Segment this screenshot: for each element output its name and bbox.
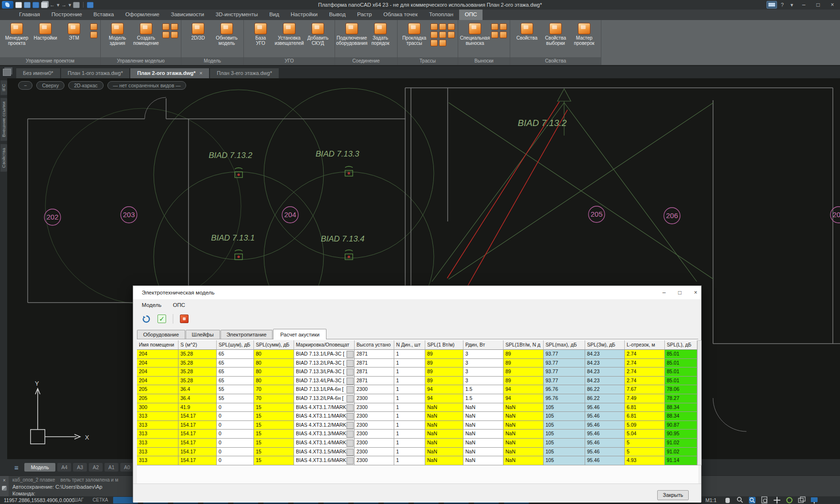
ribbon-button-Свойства[interactable]: Свойства	[513, 22, 541, 41]
table-cell[interactable]: 55	[217, 385, 254, 394]
table-cell[interactable]: 0	[217, 439, 254, 448]
panel-tab-IFC[interactable]: IFC	[0, 80, 7, 95]
table-cell[interactable]: 1.5	[463, 385, 504, 394]
table-cell[interactable]: 95.46	[585, 403, 625, 412]
pan-cross-icon[interactable]	[773, 496, 781, 504]
layout-tab-Модель[interactable]: Модель	[24, 463, 56, 472]
dialog-maximize-button[interactable]: □	[678, 289, 682, 296]
table-row[interactable]: 313154.17015BIAS 4.XT3.1.3/MARK23001NaNN…	[137, 430, 697, 439]
document-tab[interactable]: План 2-ого этажа.dwg*×	[130, 68, 209, 78]
table-cell[interactable]: 93.77	[544, 350, 585, 359]
ribbon-small-icon[interactable]	[171, 23, 178, 30]
table-scrollbar[interactable]	[697, 340, 702, 465]
table-cell[interactable]: 65	[217, 359, 254, 368]
dialog-minimize-button[interactable]: –	[662, 289, 666, 296]
ribbon-small-icon[interactable]	[448, 32, 455, 38]
ribbon-small-icon[interactable]	[162, 32, 169, 38]
ribbon-small-icon[interactable]	[500, 23, 507, 30]
table-cell[interactable]: 1	[394, 359, 425, 368]
table-cell[interactable]: 2.74	[625, 368, 665, 377]
save-icon[interactable]	[32, 2, 39, 8]
table-cell[interactable]: NaN	[463, 448, 504, 457]
table-cell[interactable]: BIAD 7.13.1/LPA-6н [	[294, 385, 355, 394]
table-cell[interactable]: 78.27	[665, 394, 697, 403]
ribbon-button-Задать[interactable]: Задатьпорядок	[367, 22, 394, 46]
table-cell[interactable]: 1	[394, 368, 425, 377]
check-icon[interactable]: ✓	[158, 315, 166, 323]
table-cell[interactable]: NaN	[463, 421, 504, 430]
table-cell[interactable]: 7.49	[625, 394, 665, 403]
column-header[interactable]: S (м^2)	[178, 340, 217, 350]
dialog-title-bar[interactable]: Электротехническая модель – □ ×	[133, 286, 701, 299]
column-header[interactable]: SPL(шум), дБ	[217, 340, 254, 350]
ribbon-tab-Растр[interactable]: Растр	[351, 10, 378, 20]
viewport-control-2[interactable]: 2D-каркас	[68, 81, 103, 90]
zoom-window-icon[interactable]	[748, 496, 756, 504]
ribbon-tab-Вывод[interactable]: Вывод	[323, 10, 351, 20]
table-row[interactable]: 20435.286580BIAD 7.13.4/LPA-3C [28711893…	[137, 377, 697, 386]
table-cell[interactable]: 84.23	[585, 359, 625, 368]
table-cell[interactable]: BIAS 4.XT3.1.4/MARK	[294, 439, 355, 448]
dialog-close-icon[interactable]: ×	[694, 289, 697, 296]
layout-menu-icon[interactable]: ≡	[14, 463, 19, 472]
table-cell[interactable]: 154.17	[178, 439, 217, 448]
table-cell[interactable]: 313	[137, 421, 178, 430]
ribbon-button-2D/3D[interactable]: 2D/3D	[184, 22, 212, 41]
table-cell[interactable]: BIAS 4.XT3.1.6/MARK	[294, 456, 355, 465]
layout-tab-A1[interactable]: A1	[105, 463, 118, 472]
table-cell[interactable]: 85.01	[665, 359, 697, 368]
table-cell[interactable]: 85.01	[665, 368, 697, 377]
dialog-menu-model[interactable]: Модель	[142, 302, 161, 308]
table-cell[interactable]: 89	[504, 368, 544, 377]
column-header[interactable]: Маркировка/Оповещат	[294, 340, 355, 350]
table-cell[interactable]: 91.02	[665, 439, 697, 448]
ribbon-tab-3D-инструменты[interactable]: 3D-инструменты	[210, 10, 263, 20]
undo-dropdown-icon[interactable]: ▾	[57, 2, 60, 8]
table-cell[interactable]: 70	[254, 394, 294, 403]
ribbon-button-Настройки[interactable]: Настройки	[32, 22, 59, 41]
window-cascade-icon[interactable]	[798, 496, 806, 504]
panel-tab-Внешние ссылки[interactable]: Внешние ссылки	[0, 98, 7, 141]
table-cell[interactable]: 3	[463, 377, 504, 386]
command-prompt[interactable]: Команда:	[12, 490, 118, 497]
table-cell[interactable]: 94	[425, 385, 463, 394]
zoom-extents-icon[interactable]	[761, 496, 768, 504]
table-cell[interactable]: 0	[217, 430, 254, 439]
table-cell[interactable]: 93.77	[544, 359, 585, 368]
pan-hand-icon[interactable]	[724, 496, 731, 504]
table-cell[interactable]: 105	[544, 456, 585, 465]
table-cell[interactable]: BIAD 7.13.3/LPA-3C [	[294, 368, 355, 377]
table-cell[interactable]: 2300	[355, 448, 394, 457]
ribbon-small-icon[interactable]	[439, 40, 446, 46]
table-cell[interactable]: BIAS 4.XT3.1.3/MARK	[294, 430, 355, 439]
ribbon-small-icon[interactable]	[90, 23, 97, 30]
ribbon-small-icon[interactable]	[491, 23, 498, 30]
table-cell[interactable]: 1	[394, 439, 425, 448]
table-cell[interactable]: 2.74	[625, 350, 665, 359]
table-cell[interactable]: NaN	[504, 403, 544, 412]
layout-tab-A3[interactable]: A3	[73, 463, 87, 472]
redo-icon[interactable]: →	[62, 2, 67, 8]
table-cell[interactable]: 6.81	[625, 412, 665, 421]
open-file-icon[interactable]	[24, 2, 31, 8]
column-header[interactable]: SPL(1Вт/м, N д	[504, 340, 544, 350]
table-cell[interactable]: 0	[217, 456, 254, 465]
ribbon-small-icon[interactable]	[430, 32, 438, 38]
export-icon[interactable]	[180, 315, 189, 323]
table-cell[interactable]: 205	[137, 385, 178, 394]
dialog-close-button[interactable]: Закрыть	[657, 490, 689, 500]
table-cell[interactable]: 0	[217, 448, 254, 457]
ribbon-button-Мастер[interactable]: Мастерпроверок	[570, 22, 598, 46]
table-cell[interactable]: 105	[544, 430, 585, 439]
table-cell[interactable]: BIAD 7.13.1/LPA-3C [	[294, 350, 355, 359]
table-cell[interactable]: NaN	[463, 430, 504, 439]
table-cell[interactable]: 5	[625, 448, 665, 457]
table-cell[interactable]: 154.17	[178, 421, 217, 430]
refresh-icon[interactable]	[142, 315, 151, 324]
column-header[interactable]: SPL(max), дБ	[544, 340, 585, 350]
ribbon-button-Прокладка[interactable]: Прокладкатрассы	[400, 22, 428, 46]
table-row[interactable]: 30041.9015BIAS 4.XT3.1.7/MARK23001NaNNaN…	[137, 403, 697, 412]
table-cell[interactable]: 35.28	[178, 350, 217, 359]
table-cell[interactable]: 65	[217, 368, 254, 377]
table-cell[interactable]: 313	[137, 439, 178, 448]
